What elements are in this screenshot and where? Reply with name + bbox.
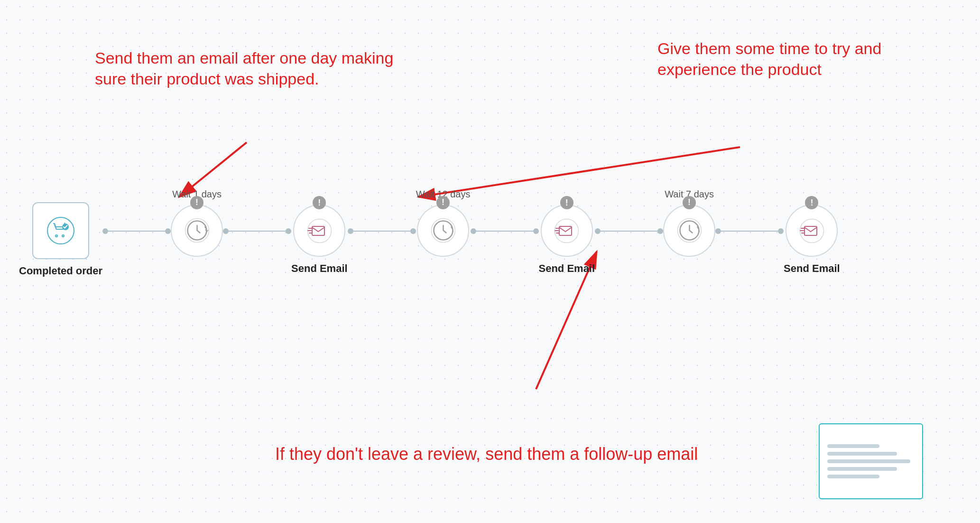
- warning-badge-5: !: [683, 196, 696, 209]
- node-wait3[interactable]: Wait 7 days !: [663, 189, 715, 274]
- email-icon-1: [306, 218, 333, 244]
- svg-rect-9: [312, 226, 324, 235]
- card-line-1: [827, 444, 879, 448]
- svg-rect-13: [559, 226, 572, 235]
- dot: [533, 228, 539, 234]
- line: [108, 231, 165, 232]
- warning-badge-6: !: [805, 196, 818, 209]
- email-icon-3: [799, 218, 825, 244]
- send3-label: Send Email: [784, 262, 840, 275]
- dot: [348, 228, 353, 234]
- line: [476, 231, 533, 232]
- node-wait1[interactable]: Wait 1 days !: [171, 189, 223, 274]
- dot: [657, 228, 663, 234]
- connector-1: [102, 205, 171, 257]
- trigger-label: Completed order: [19, 265, 102, 277]
- warning-badge-4: !: [560, 196, 573, 209]
- wait1-circle[interactable]: [171, 205, 223, 257]
- svg-point-4: [47, 217, 74, 244]
- line: [229, 231, 286, 232]
- trigger-box[interactable]: [32, 202, 89, 259]
- email-icon-2: [554, 218, 580, 244]
- node-send1[interactable]: ! Send Email: [291, 187, 348, 275]
- connector-6: [715, 205, 784, 257]
- dot: [715, 228, 721, 234]
- dot: [223, 228, 229, 234]
- wait3-circle[interactable]: [663, 205, 715, 257]
- line: [601, 231, 657, 232]
- node-send2[interactable]: ! Send Email: [539, 187, 595, 275]
- warning-badge-2: !: [313, 196, 326, 209]
- svg-rect-17: [804, 226, 817, 235]
- clock-icon-1: [184, 217, 210, 243]
- send1-circle[interactable]: [293, 205, 345, 257]
- connector-5: [595, 205, 663, 257]
- annotation-top-right: Give them some time to try and experienc…: [657, 38, 914, 80]
- dot: [471, 228, 476, 234]
- card-line-2: [827, 452, 897, 456]
- card-line-3: [827, 459, 910, 463]
- connector-2: [223, 205, 291, 257]
- line: [721, 231, 778, 232]
- cart-icon: [46, 216, 75, 245]
- canvas: Send them an email after one day making …: [0, 0, 980, 523]
- send1-label: Send Email: [291, 262, 348, 275]
- card-content: [820, 437, 922, 486]
- dot: [410, 228, 416, 234]
- send2-label: Send Email: [539, 262, 595, 275]
- dot: [102, 228, 108, 234]
- node-send3[interactable]: ! Send Email: [784, 187, 840, 275]
- card-line-4: [827, 467, 897, 471]
- node-trigger[interactable]: Completed order: [19, 185, 102, 277]
- workflow-row: Completed order Wait 1 days !: [19, 185, 840, 277]
- wait2-circle[interactable]: [417, 205, 469, 257]
- warning-badge-1: !: [190, 196, 203, 209]
- card-line-5: [827, 475, 879, 478]
- line: [353, 231, 410, 232]
- dot: [778, 228, 784, 234]
- connector-3: [348, 205, 416, 257]
- node-wait2[interactable]: Wait 12 days !: [416, 189, 471, 274]
- send2-circle[interactable]: [541, 205, 593, 257]
- dot: [595, 228, 601, 234]
- annotation-top-left: Send them an email after one day making …: [95, 47, 398, 89]
- connector-4: [471, 205, 539, 257]
- clock-icon-3: [676, 217, 703, 243]
- dot: [165, 228, 171, 234]
- clock-icon-2: [430, 217, 456, 243]
- annotation-bottom: If they don't leave a review, send them …: [275, 442, 698, 466]
- warning-badge-3: !: [436, 196, 450, 209]
- send3-circle[interactable]: [786, 205, 838, 257]
- follow-up-card-thumbnail[interactable]: [819, 423, 923, 499]
- dot: [286, 228, 291, 234]
